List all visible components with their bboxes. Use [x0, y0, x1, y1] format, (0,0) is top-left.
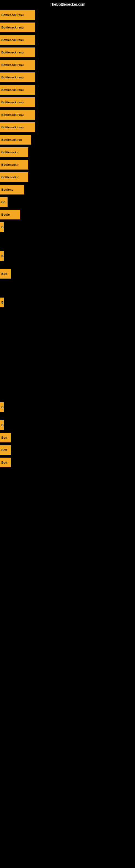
bar-row: Bottleneck resu — [0, 71, 135, 84]
bar-label: Bo — [0, 197, 8, 207]
bar-label: B — [0, 222, 4, 232]
bar-row: Bott — [0, 456, 135, 469]
bar-label: B — [0, 251, 4, 261]
bar-label: Bottleneck resu — [0, 110, 35, 120]
spacer — [0, 280, 135, 296]
bar-row: Bottleneck resu — [0, 108, 135, 121]
bar-label: Bottle — [0, 210, 20, 219]
spacer — [0, 413, 135, 419]
bar-label: Bottleneck resu — [0, 10, 35, 20]
bar-row: Bottleneck res — [0, 133, 135, 146]
bar-row: Bottleneck r — [0, 146, 135, 158]
bar-label: Bottleneck r — [0, 172, 28, 182]
bar-label: Bottleneck resu — [0, 60, 35, 70]
bar-row: Bott — [0, 444, 135, 456]
bar-row: Bottleneck resu — [0, 21, 135, 34]
bar-label: Bottleneck resu — [0, 48, 35, 57]
bar-row: B — [0, 401, 135, 413]
bar-label: Bottleneck resu — [0, 23, 35, 32]
bar-row: B — [0, 296, 135, 309]
bar-row: Bottleneck resu — [0, 96, 135, 108]
spacer — [0, 469, 135, 474]
bar-row: Bottleneck resu — [0, 9, 135, 21]
bar-row: Bottleneck resu — [0, 34, 135, 46]
bar-label: Bott — [0, 458, 11, 467]
bar-label: Bottleneck resu — [0, 85, 35, 95]
bar-label: Bott — [0, 433, 11, 442]
bar-row: Bottleneck resu — [0, 84, 135, 96]
bar-row: Bott — [0, 268, 135, 280]
bar-row: Bottleneck r — [0, 158, 135, 171]
bar-label: Bott — [0, 445, 11, 455]
spacer — [0, 233, 135, 250]
bar-label: B — [0, 298, 4, 307]
bar-row: Bottleneck r — [0, 171, 135, 183]
bar-row: B — [0, 250, 135, 262]
spacer — [0, 262, 135, 268]
bar-row: Bott — [0, 431, 135, 444]
bar-label: Bottleneck resu — [0, 122, 35, 132]
bar-label: B — [0, 420, 4, 430]
bar-label: B — [0, 402, 4, 412]
bar-label: Bottleneck r — [0, 147, 28, 157]
bar-row: Bottleneck resu — [0, 59, 135, 71]
site-title: TheBottlenecker.com — [0, 0, 135, 9]
bar-label: Bott — [0, 269, 11, 279]
bar-row: Bo — [0, 196, 135, 208]
bar-row: Bottle — [0, 208, 135, 221]
bar-label: Bottleneck res — [0, 135, 31, 145]
bar-row: Bottleneck resu — [0, 121, 135, 133]
spacer-large — [0, 309, 135, 401]
bar-row: B — [0, 221, 135, 233]
bar-label: Bottleneck r — [0, 160, 28, 169]
bar-label: Bottlene — [0, 185, 24, 194]
bar-row: B — [0, 419, 135, 431]
bar-label: Bottleneck resu — [0, 35, 35, 45]
bar-row: Bottleneck resu — [0, 46, 135, 59]
bar-chart: Bottleneck resu Bottleneck resu Bottlene… — [0, 9, 135, 474]
bar-label: Bottleneck resu — [0, 97, 35, 107]
bar-row: Bottlene — [0, 183, 135, 196]
bar-label: Bottleneck resu — [0, 72, 35, 82]
